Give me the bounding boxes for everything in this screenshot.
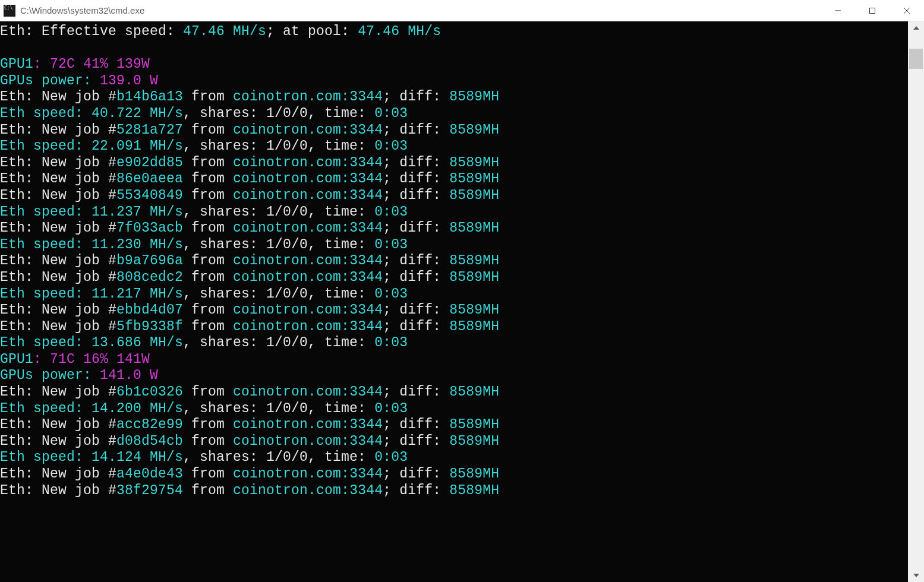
console-line: Eth: New job #e902dd85 from coinotron.co… (0, 155, 916, 172)
console-line: Eth: New job #55340849 from coinotron.co… (0, 188, 916, 204)
console-line: GPU1: 71C 16% 141W (0, 352, 916, 368)
console-line: Eth speed: 11.217 MH/s, shares: 1/0/0, t… (0, 286, 916, 303)
console-line: Eth: New job #6b1c0326 from coinotron.co… (0, 384, 916, 401)
console-line: Eth speed: 14.124 MH/s, shares: 1/0/0, t… (0, 450, 916, 466)
scroll-down-button[interactable] (908, 569, 924, 582)
console-line: Eth: New job #86e0aeea from coinotron.co… (0, 171, 916, 188)
console-line: Eth: New job #38f29754 from coinotron.co… (0, 483, 916, 499)
cmd-icon (4, 5, 15, 17)
svg-rect-1 (870, 8, 875, 14)
console-line: GPUs power: 139.0 W (0, 73, 916, 90)
window-controls (821, 0, 924, 21)
scroll-thumb[interactable] (909, 49, 923, 69)
close-button[interactable] (890, 0, 924, 21)
console-line: Eth speed: 40.722 MH/s, shares: 1/0/0, t… (0, 106, 916, 122)
console-line: Eth: New job #d08d54cb from coinotron.co… (0, 434, 916, 450)
console-line: Eth: New job #a4e0de43 from coinotron.co… (0, 466, 916, 483)
console-line: Eth: New job #5281a727 from coinotron.co… (0, 122, 916, 139)
console-line: Eth speed: 13.686 MH/s, shares: 1/0/0, t… (0, 335, 916, 352)
console-line: Eth: New job #b9a7696a from coinotron.co… (0, 253, 916, 270)
console-line: Eth: Effective speed: 47.46 MH/s; at poo… (0, 24, 916, 40)
console-line: Eth: New job #808cedc2 from coinotron.co… (0, 270, 916, 286)
console-line: Eth speed: 11.237 MH/s, shares: 1/0/0, t… (0, 204, 916, 221)
window-title: C:\Windows\system32\cmd.exe (20, 5, 144, 15)
console-line: Eth: New job #5fb9338f from coinotron.co… (0, 319, 916, 336)
minimize-button[interactable] (821, 0, 855, 21)
console-line: Eth: New job #7f033acb from coinotron.co… (0, 220, 916, 237)
console-line: Eth: New job #acc82e99 from coinotron.co… (0, 417, 916, 434)
titlebar[interactable]: C:\Windows\system32\cmd.exe (0, 0, 924, 21)
console-line: Eth speed: 14.200 MH/s, shares: 1/0/0, t… (0, 401, 916, 417)
console-line: GPU1: 72C 41% 139W (0, 56, 916, 73)
console-line: Eth speed: 11.230 MH/s, shares: 1/0/0, t… (0, 237, 916, 254)
console-line (0, 40, 916, 57)
scroll-up-button[interactable] (908, 21, 924, 34)
scrollbar[interactable] (908, 21, 924, 582)
console-line: Eth speed: 22.091 MH/s, shares: 1/0/0, t… (0, 138, 916, 155)
console-line: Eth: New job #ebbd4d07 from coinotron.co… (0, 302, 916, 319)
console-line: Eth: New job #b14b6a13 from coinotron.co… (0, 89, 916, 106)
console-line: GPUs power: 141.0 W (0, 368, 916, 384)
maximize-button[interactable] (855, 0, 890, 21)
console-output[interactable]: Eth: Effective speed: 47.46 MH/s; at poo… (0, 21, 916, 582)
